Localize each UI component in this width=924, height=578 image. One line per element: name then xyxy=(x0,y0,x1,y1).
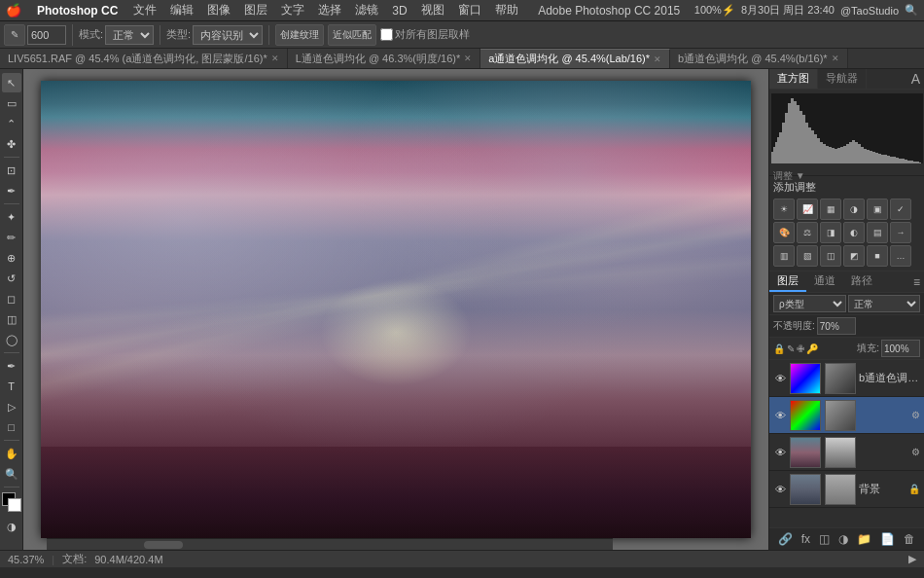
threshold-icon[interactable]: ▧ xyxy=(797,245,818,267)
lock-transparent-icon[interactable]: 🔒 xyxy=(773,343,785,354)
channels-tab[interactable]: 通道 xyxy=(806,271,843,292)
tab-close-0[interactable]: ✕ xyxy=(271,54,279,63)
app-name-menu[interactable]: Photoshop CC xyxy=(29,4,125,18)
arrow-icon[interactable]: → xyxy=(890,222,911,243)
add-mask-btn[interactable]: ◫ xyxy=(819,532,830,546)
mode-select[interactable]: 正常 xyxy=(105,25,154,45)
hand-tool[interactable]: ✋ xyxy=(2,444,21,463)
exposure-icon[interactable]: ◑ xyxy=(843,199,865,220)
quick-select-tool[interactable]: ✤ xyxy=(2,134,21,154)
levels-icon[interactable]: ▦ xyxy=(820,199,841,220)
tab-0[interactable]: LIV5651.RAF @ 45.4% (a通道色调均化, 图层蒙版/16)* … xyxy=(0,49,288,68)
text-tool[interactable]: T xyxy=(2,377,21,396)
tab-2[interactable]: a通道色调均化 @ 45.4%(Lab/16)* ✕ xyxy=(480,49,670,68)
tool-brush-btn[interactable]: ✎ xyxy=(4,24,25,46)
dodge-tool[interactable]: ◯ xyxy=(2,330,21,349)
shape-tool[interactable]: □ xyxy=(2,417,21,437)
layer-item-1[interactable]: 👁 ⚙ xyxy=(769,397,924,434)
tab-3[interactable]: b通道色调均化 @ 45.4%(b/16)* ✕ xyxy=(670,49,848,68)
menu-filter[interactable]: 滤镜 xyxy=(349,2,384,18)
layer-visibility-0[interactable]: 👁 xyxy=(773,372,787,385)
brightness-icon[interactable]: ☀ xyxy=(773,199,795,220)
hsl-icon[interactable]: 🎨 xyxy=(773,222,795,243)
tab-close-1[interactable]: ✕ xyxy=(464,54,472,63)
more-icon[interactable]: … xyxy=(890,245,911,267)
colorbalance-icon[interactable]: ⚖ xyxy=(797,222,818,243)
tab-histogram[interactable]: 直方图 xyxy=(769,69,818,89)
layer-item-2[interactable]: 👁 ⚙ xyxy=(769,434,924,471)
check-icon[interactable]: ✓ xyxy=(890,199,911,220)
posterize-icon[interactable]: ▥ xyxy=(773,245,795,267)
menu-text[interactable]: 文字 xyxy=(275,2,310,18)
horizontal-scrollbar[interactable] xyxy=(47,538,613,550)
selective-color-icon[interactable]: ◩ xyxy=(843,245,865,267)
add-group-btn[interactable]: 📁 xyxy=(857,532,871,546)
layer-visibility-3[interactable]: 👁 xyxy=(773,483,787,496)
move-tool[interactable]: ↖ xyxy=(2,73,21,92)
eyedropper-tool[interactable]: ✒ xyxy=(2,181,21,200)
tab-close-2[interactable]: ✕ xyxy=(654,54,661,64)
curves-icon[interactable]: 📈 xyxy=(797,199,818,220)
channel-mixer-icon[interactable]: ▤ xyxy=(867,222,888,243)
clone-stamp-tool[interactable]: ⊕ xyxy=(2,248,21,268)
background-color[interactable] xyxy=(8,498,21,512)
menu-image[interactable]: 图像 xyxy=(201,2,236,18)
menu-edit[interactable]: 编辑 xyxy=(164,2,199,18)
brush-tool[interactable]: ✏ xyxy=(2,228,21,247)
menu-layer[interactable]: 图层 xyxy=(238,2,273,18)
lock-image-icon[interactable]: ✎ xyxy=(787,343,795,354)
add-layer-btn[interactable]: 📄 xyxy=(880,532,895,546)
sample-all-checkbox[interactable] xyxy=(380,28,393,41)
fill-input[interactable] xyxy=(881,340,920,357)
menu-help[interactable]: 帮助 xyxy=(489,2,524,18)
approx-match-btn[interactable]: 近似匹配 xyxy=(328,24,376,46)
color-selector[interactable] xyxy=(2,492,21,512)
menu-select[interactable]: 选择 xyxy=(312,2,347,18)
canvas-area[interactable] xyxy=(23,69,768,550)
add-fx-btn[interactable]: fx xyxy=(801,532,810,546)
histogram-menu-icon[interactable]: A xyxy=(911,71,920,87)
layer-visibility-1[interactable]: 👁 xyxy=(773,409,787,422)
layer-type-select[interactable]: ρ类型 xyxy=(773,295,846,312)
lock-position-icon[interactable]: ✙ xyxy=(797,343,804,354)
search-icon[interactable]: 🔍 xyxy=(905,4,918,17)
vibrance-icon[interactable]: ▣ xyxy=(867,199,888,220)
marquee-tool[interactable]: ▭ xyxy=(2,93,21,113)
opacity-input[interactable] xyxy=(817,317,856,335)
menu-3d[interactable]: 3D xyxy=(386,4,412,18)
type-select[interactable]: 内容识别 xyxy=(193,25,263,45)
layer-item-0[interactable]: 👁 b通道色调均化 xyxy=(769,360,924,397)
paths-tab[interactable]: 路径 xyxy=(843,271,880,292)
menu-view[interactable]: 视图 xyxy=(415,2,450,18)
layers-menu-icon[interactable]: ≡ xyxy=(913,275,920,289)
history-brush-tool[interactable]: ↺ xyxy=(2,269,21,288)
gradient-tool[interactable]: ◫ xyxy=(2,309,21,329)
gradient-map-icon[interactable]: ◫ xyxy=(820,245,841,267)
layer-item-3[interactable]: 👁 背景 🔒 xyxy=(769,471,924,508)
solid-color-icon[interactable]: ■ xyxy=(867,245,888,267)
lasso-tool[interactable]: ⌃ xyxy=(2,114,21,133)
apple-logo-icon[interactable]: 🍎 xyxy=(6,3,21,18)
layer-visibility-2[interactable]: 👁 xyxy=(773,446,787,459)
layer-options-icon-2[interactable]: ⚙ xyxy=(911,447,920,457)
user-account[interactable]: @TaoStudio xyxy=(840,5,899,17)
scrollbar-thumb-h[interactable] xyxy=(144,541,183,549)
tab-1[interactable]: L通道色调均化 @ 46.3%(明度/16)* ✕ xyxy=(288,49,481,68)
add-adjustment-btn[interactable]: ◑ xyxy=(838,532,848,546)
layer-options-icon-1[interactable]: ⚙ xyxy=(911,410,920,420)
bw-icon[interactable]: ◨ xyxy=(820,222,841,243)
layer-mode-select[interactable]: 正常 xyxy=(848,295,921,312)
photo-filter-icon[interactable]: ◐ xyxy=(843,222,865,243)
quick-mask-btn[interactable]: ◑ xyxy=(2,517,21,536)
tool-size-input[interactable] xyxy=(27,25,66,45)
tab-close-3[interactable]: ✕ xyxy=(832,54,839,63)
tab-navigator[interactable]: 导航器 xyxy=(818,69,867,89)
menu-window[interactable]: 窗口 xyxy=(452,2,487,18)
layers-tab[interactable]: 图层 xyxy=(769,271,806,292)
healing-brush-tool[interactable]: ✦ xyxy=(2,207,21,227)
menu-file[interactable]: 文件 xyxy=(127,2,162,18)
crop-tool[interactable]: ⊡ xyxy=(2,161,21,180)
pen-tool[interactable]: ✒ xyxy=(2,356,21,376)
zoom-tool[interactable]: 🔍 xyxy=(2,464,21,484)
path-select-tool[interactable]: ▷ xyxy=(2,397,21,416)
